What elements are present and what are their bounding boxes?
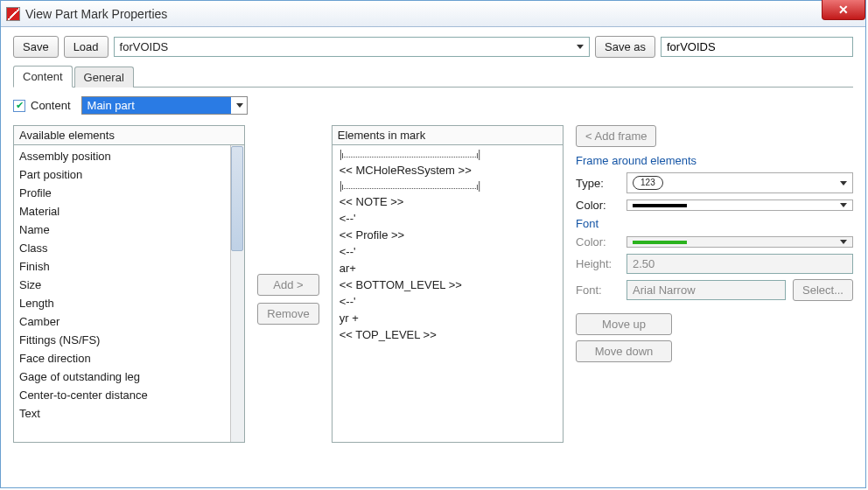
list-item[interactable]: Gage of outstanding leg (14, 368, 244, 386)
list-item[interactable]: Camber (14, 312, 244, 331)
list-item[interactable]: << TOP_LEVEL >> (332, 326, 563, 343)
list-item[interactable]: ar+ (332, 260, 563, 276)
list-item[interactable]: Face direction (14, 349, 244, 368)
chevron-down-icon (840, 203, 847, 207)
content-checkbox-label: Content (31, 99, 71, 112)
chevron-down-icon (840, 181, 847, 186)
available-list[interactable]: Assembly positionPart positionProfileMat… (13, 145, 245, 443)
list-item[interactable]: << MCHoleResSystem >> (332, 162, 563, 178)
tab-general[interactable]: General (74, 66, 134, 88)
move-down-button[interactable]: Move down (576, 340, 672, 362)
titlebar: View Part Mark Properties ✕ (1, 1, 865, 27)
list-item[interactable]: Length (14, 294, 244, 312)
scrollbar-thumb[interactable] (231, 146, 243, 251)
list-item[interactable]: Finish (14, 257, 244, 276)
move-up-button[interactable]: Move up (576, 313, 672, 335)
chevron-down-icon (577, 45, 584, 49)
list-item[interactable]: Center-to-center distance (14, 386, 244, 404)
separator-item[interactable]: || (332, 147, 563, 162)
list-item[interactable]: << Profile >> (332, 227, 563, 243)
list-item[interactable]: Assembly position (14, 147, 244, 165)
chevron-down-icon (236, 103, 243, 108)
section-frame-title: Frame around elements (576, 154, 853, 167)
type-label: Type: (576, 177, 620, 190)
font-label: Font: (576, 284, 620, 297)
list-item[interactable]: Class (14, 239, 244, 257)
remove-button[interactable]: Remove (257, 303, 318, 325)
type-select[interactable]: 123 (626, 172, 853, 193)
mark-list[interactable]: ||<< MCHoleResSystem >>||<< NOTE >><--'<… (332, 145, 564, 443)
close-button[interactable]: ✕ (822, 0, 865, 20)
color-label: Color: (576, 199, 620, 212)
list-item[interactable]: Profile (14, 184, 244, 202)
list-item[interactable]: << BOTTOM_LEVEL >> (332, 276, 563, 293)
app-icon (6, 7, 20, 21)
list-item[interactable]: Name (14, 220, 244, 239)
mark-header: Elements in mark (332, 125, 564, 145)
list-item[interactable]: <--' (332, 293, 563, 310)
color-swatch-green (633, 241, 687, 244)
preset-value: forVOIDS (120, 40, 169, 53)
list-item[interactable]: Part position (14, 165, 244, 184)
height-field[interactable] (626, 254, 853, 274)
font-color-label: Color: (576, 235, 620, 248)
separator-item[interactable]: || (332, 178, 563, 193)
font-field[interactable] (626, 280, 786, 300)
window-title: View Part Mark Properties (25, 7, 167, 21)
font-color-select[interactable] (626, 236, 853, 248)
add-button[interactable]: Add > (257, 274, 318, 296)
chevron-down-icon (840, 240, 847, 244)
preset-select[interactable]: forVOIDS (114, 37, 590, 57)
list-item[interactable]: <--' (332, 243, 563, 260)
close-icon: ✕ (838, 3, 849, 17)
height-label: Height: (576, 257, 620, 270)
save-as-field[interactable] (661, 37, 853, 57)
mainpart-value: Main part (82, 97, 231, 114)
frame-color-select[interactable] (626, 200, 853, 211)
save-button[interactable]: Save (13, 36, 59, 58)
section-font-title: Font (576, 217, 853, 230)
font-select-button[interactable]: Select... (793, 279, 853, 301)
add-frame-button[interactable]: < Add frame (576, 125, 656, 147)
load-button[interactable]: Load (64, 36, 108, 58)
list-item[interactable]: yr + (332, 310, 563, 326)
list-item[interactable]: Material (14, 202, 244, 220)
mainpart-select[interactable]: Main part (81, 96, 248, 115)
type-pill-icon: 123 (633, 176, 663, 190)
content-checkbox[interactable]: ✔ (13, 100, 25, 112)
list-item[interactable]: Fittings (NS/FS) (14, 331, 244, 349)
save-as-button[interactable]: Save as (595, 36, 655, 58)
list-item[interactable]: Size (14, 276, 244, 294)
available-header: Available elements (13, 125, 245, 145)
list-item[interactable]: Text (14, 404, 244, 423)
list-item[interactable]: << NOTE >> (332, 193, 563, 210)
scrollbar[interactable] (230, 145, 244, 442)
color-swatch-black (633, 204, 687, 207)
tab-content[interactable]: Content (13, 66, 73, 88)
list-item[interactable]: <--' (332, 210, 563, 227)
